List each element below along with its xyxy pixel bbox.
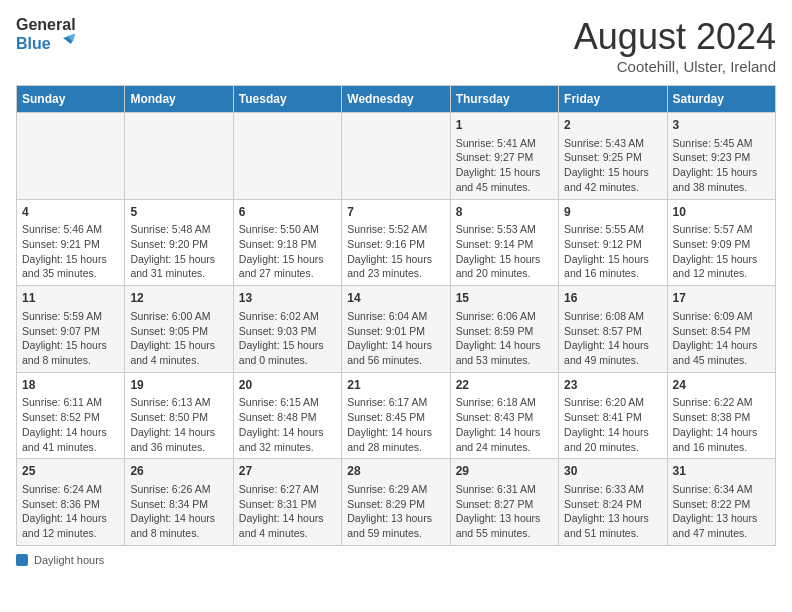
day-number: 25	[22, 463, 119, 480]
header-day-saturday: Saturday	[667, 86, 775, 113]
day-number: 13	[239, 290, 336, 307]
day-info: Sunrise: 6:08 AM Sunset: 8:57 PM Dayligh…	[564, 309, 661, 368]
calendar-cell: 17Sunrise: 6:09 AM Sunset: 8:54 PM Dayli…	[667, 286, 775, 373]
page-container: General Blue August 2024 Cootehill, Ulst…	[16, 16, 776, 566]
calendar-cell: 22Sunrise: 6:18 AM Sunset: 8:43 PM Dayli…	[450, 372, 558, 459]
day-number: 24	[673, 377, 770, 394]
day-info: Sunrise: 6:24 AM Sunset: 8:36 PM Dayligh…	[22, 482, 119, 541]
title-area: August 2024 Cootehill, Ulster, Ireland	[574, 16, 776, 75]
day-number: 26	[130, 463, 227, 480]
calendar-cell: 28Sunrise: 6:29 AM Sunset: 8:29 PM Dayli…	[342, 459, 450, 546]
day-info: Sunrise: 6:15 AM Sunset: 8:48 PM Dayligh…	[239, 395, 336, 454]
calendar-cell: 16Sunrise: 6:08 AM Sunset: 8:57 PM Dayli…	[559, 286, 667, 373]
location-subtitle: Cootehill, Ulster, Ireland	[574, 58, 776, 75]
day-info: Sunrise: 6:04 AM Sunset: 9:01 PM Dayligh…	[347, 309, 444, 368]
calendar-cell: 12Sunrise: 6:00 AM Sunset: 9:05 PM Dayli…	[125, 286, 233, 373]
calendar-cell: 15Sunrise: 6:06 AM Sunset: 8:59 PM Dayli…	[450, 286, 558, 373]
calendar-cell: 2Sunrise: 5:43 AM Sunset: 9:25 PM Daylig…	[559, 113, 667, 200]
calendar-cell: 1Sunrise: 5:41 AM Sunset: 9:27 PM Daylig…	[450, 113, 558, 200]
day-number: 2	[564, 117, 661, 134]
day-info: Sunrise: 5:41 AM Sunset: 9:27 PM Dayligh…	[456, 136, 553, 195]
header-day-monday: Monday	[125, 86, 233, 113]
day-info: Sunrise: 5:43 AM Sunset: 9:25 PM Dayligh…	[564, 136, 661, 195]
header-day-tuesday: Tuesday	[233, 86, 341, 113]
day-info: Sunrise: 6:29 AM Sunset: 8:29 PM Dayligh…	[347, 482, 444, 541]
header-day-sunday: Sunday	[17, 86, 125, 113]
footer-note-text: Daylight hours	[34, 554, 104, 566]
day-number: 4	[22, 204, 119, 221]
day-number: 23	[564, 377, 661, 394]
calendar-cell: 24Sunrise: 6:22 AM Sunset: 8:38 PM Dayli…	[667, 372, 775, 459]
day-number: 30	[564, 463, 661, 480]
calendar-cell: 19Sunrise: 6:13 AM Sunset: 8:50 PM Dayli…	[125, 372, 233, 459]
day-info: Sunrise: 5:55 AM Sunset: 9:12 PM Dayligh…	[564, 222, 661, 281]
calendar-week-row: 11Sunrise: 5:59 AM Sunset: 9:07 PM Dayli…	[17, 286, 776, 373]
calendar-cell: 20Sunrise: 6:15 AM Sunset: 8:48 PM Dayli…	[233, 372, 341, 459]
day-number: 20	[239, 377, 336, 394]
calendar-cell: 13Sunrise: 6:02 AM Sunset: 9:03 PM Dayli…	[233, 286, 341, 373]
month-year-title: August 2024	[574, 16, 776, 58]
day-info: Sunrise: 5:52 AM Sunset: 9:16 PM Dayligh…	[347, 222, 444, 281]
day-number: 16	[564, 290, 661, 307]
calendar-cell: 7Sunrise: 5:52 AM Sunset: 9:16 PM Daylig…	[342, 199, 450, 286]
calendar-week-row: 25Sunrise: 6:24 AM Sunset: 8:36 PM Dayli…	[17, 459, 776, 546]
logo-blue-text: Blue	[16, 34, 76, 54]
day-number: 31	[673, 463, 770, 480]
day-info: Sunrise: 6:31 AM Sunset: 8:27 PM Dayligh…	[456, 482, 553, 541]
logo-bird-icon	[53, 34, 75, 54]
day-info: Sunrise: 6:02 AM Sunset: 9:03 PM Dayligh…	[239, 309, 336, 368]
calendar-cell: 5Sunrise: 5:48 AM Sunset: 9:20 PM Daylig…	[125, 199, 233, 286]
day-number: 11	[22, 290, 119, 307]
calendar-cell: 4Sunrise: 5:46 AM Sunset: 9:21 PM Daylig…	[17, 199, 125, 286]
day-number: 17	[673, 290, 770, 307]
day-number: 9	[564, 204, 661, 221]
header-day-wednesday: Wednesday	[342, 86, 450, 113]
day-info: Sunrise: 5:57 AM Sunset: 9:09 PM Dayligh…	[673, 222, 770, 281]
logo-general-text: General	[16, 16, 76, 34]
calendar-cell	[342, 113, 450, 200]
footer-dot-icon	[16, 554, 28, 566]
calendar-cell: 11Sunrise: 5:59 AM Sunset: 9:07 PM Dayli…	[17, 286, 125, 373]
day-number: 15	[456, 290, 553, 307]
calendar-cell: 27Sunrise: 6:27 AM Sunset: 8:31 PM Dayli…	[233, 459, 341, 546]
day-number: 18	[22, 377, 119, 394]
calendar-cell: 23Sunrise: 6:20 AM Sunset: 8:41 PM Dayli…	[559, 372, 667, 459]
calendar-cell	[125, 113, 233, 200]
day-info: Sunrise: 5:46 AM Sunset: 9:21 PM Dayligh…	[22, 222, 119, 281]
calendar-cell: 10Sunrise: 5:57 AM Sunset: 9:09 PM Dayli…	[667, 199, 775, 286]
calendar-cell: 25Sunrise: 6:24 AM Sunset: 8:36 PM Dayli…	[17, 459, 125, 546]
day-info: Sunrise: 5:50 AM Sunset: 9:18 PM Dayligh…	[239, 222, 336, 281]
day-info: Sunrise: 6:20 AM Sunset: 8:41 PM Dayligh…	[564, 395, 661, 454]
day-info: Sunrise: 6:11 AM Sunset: 8:52 PM Dayligh…	[22, 395, 119, 454]
day-number: 21	[347, 377, 444, 394]
day-info: Sunrise: 6:27 AM Sunset: 8:31 PM Dayligh…	[239, 482, 336, 541]
calendar-table: SundayMondayTuesdayWednesdayThursdayFrid…	[16, 85, 776, 546]
day-number: 22	[456, 377, 553, 394]
day-number: 28	[347, 463, 444, 480]
day-number: 3	[673, 117, 770, 134]
day-info: Sunrise: 6:17 AM Sunset: 8:45 PM Dayligh…	[347, 395, 444, 454]
day-info: Sunrise: 6:13 AM Sunset: 8:50 PM Dayligh…	[130, 395, 227, 454]
day-number: 27	[239, 463, 336, 480]
day-info: Sunrise: 5:45 AM Sunset: 9:23 PM Dayligh…	[673, 136, 770, 195]
day-number: 19	[130, 377, 227, 394]
header: General Blue August 2024 Cootehill, Ulst…	[16, 16, 776, 75]
day-number: 14	[347, 290, 444, 307]
day-info: Sunrise: 6:06 AM Sunset: 8:59 PM Dayligh…	[456, 309, 553, 368]
header-day-thursday: Thursday	[450, 86, 558, 113]
day-info: Sunrise: 5:53 AM Sunset: 9:14 PM Dayligh…	[456, 222, 553, 281]
day-number: 7	[347, 204, 444, 221]
calendar-cell: 6Sunrise: 5:50 AM Sunset: 9:18 PM Daylig…	[233, 199, 341, 286]
footer-note: Daylight hours	[16, 554, 776, 566]
calendar-cell	[233, 113, 341, 200]
day-number: 6	[239, 204, 336, 221]
calendar-cell: 26Sunrise: 6:26 AM Sunset: 8:34 PM Dayli…	[125, 459, 233, 546]
day-info: Sunrise: 6:26 AM Sunset: 8:34 PM Dayligh…	[130, 482, 227, 541]
day-info: Sunrise: 5:59 AM Sunset: 9:07 PM Dayligh…	[22, 309, 119, 368]
calendar-header-row: SundayMondayTuesdayWednesdayThursdayFrid…	[17, 86, 776, 113]
logo: General Blue	[16, 16, 76, 54]
calendar-week-row: 1Sunrise: 5:41 AM Sunset: 9:27 PM Daylig…	[17, 113, 776, 200]
calendar-week-row: 18Sunrise: 6:11 AM Sunset: 8:52 PM Dayli…	[17, 372, 776, 459]
calendar-cell: 8Sunrise: 5:53 AM Sunset: 9:14 PM Daylig…	[450, 199, 558, 286]
day-number: 12	[130, 290, 227, 307]
